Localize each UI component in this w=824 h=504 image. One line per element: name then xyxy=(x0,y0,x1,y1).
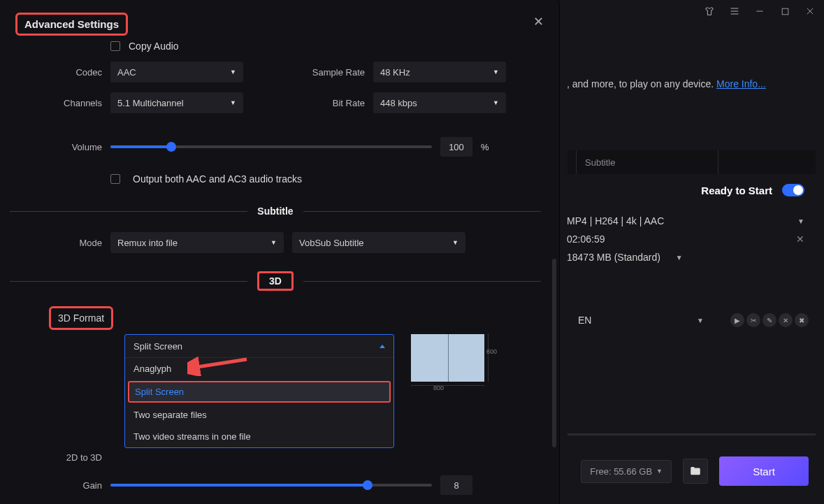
size-select[interactable]: 18473 MB (Standard)▼ xyxy=(567,252,804,263)
volume-value[interactable]: 100 xyxy=(440,137,472,157)
3d-format-option[interactable]: Two video streams in one file xyxy=(125,426,393,447)
volume-label: Volume xyxy=(10,142,102,152)
sample-rate-label: Sample Rate xyxy=(302,67,365,78)
teaser-text: , and more, to play on any device. More … xyxy=(558,78,824,89)
tool-icon[interactable]: ✕ xyxy=(779,313,793,327)
trim-icon[interactable]: ✂ xyxy=(746,313,760,327)
modal-title: Advanced Settings xyxy=(15,13,128,36)
edit-icon[interactable]: ✎ xyxy=(762,313,776,327)
play-icon[interactable]: ▶ xyxy=(730,313,744,327)
channels-label: Channels xyxy=(10,98,102,108)
delete-icon[interactable]: ✖ xyxy=(795,313,809,327)
3d-format-select[interactable]: Split Screen Anaglyph Split Screen Two s… xyxy=(124,334,394,448)
chevron-up-icon xyxy=(380,345,385,348)
advanced-settings-modal: Advanced Settings ✕ Copy Audio Codec AAC… xyxy=(0,0,559,504)
more-info-link[interactable]: More Info... xyxy=(716,78,766,89)
ready-label: Ready to Start xyxy=(701,185,772,196)
output-folder-button[interactable] xyxy=(683,459,708,484)
sample-rate-select[interactable]: 48 KHz▼ xyxy=(373,62,506,82)
subtitle-bar: Subtitle xyxy=(568,150,816,174)
volume-unit: % xyxy=(481,142,489,152)
3d-format-label: 3D Format xyxy=(49,306,113,330)
3d-format-option[interactable]: Split Screen xyxy=(128,381,391,403)
progress-bar xyxy=(568,433,816,435)
subtitle-type-select[interactable]: VobSub Subtitle▼ xyxy=(292,232,465,253)
titlebar-maximize-icon[interactable] xyxy=(779,6,790,17)
free-space-select[interactable]: Free: 55.66 GB▼ xyxy=(581,460,672,483)
remove-item-icon[interactable]: ✕ xyxy=(796,233,804,245)
titlebar-menu-icon[interactable] xyxy=(729,6,740,17)
3d-format-option[interactable]: Two separate files xyxy=(125,404,393,426)
3d-section-header: 3D xyxy=(257,271,294,291)
dual-tracks-label: Output both AAC and AC3 audio tracks xyxy=(133,173,302,185)
start-button[interactable]: Start xyxy=(719,456,809,486)
dual-tracks-checkbox[interactable] xyxy=(110,174,120,184)
volume-slider[interactable] xyxy=(110,145,432,148)
gain-value[interactable]: 8 xyxy=(440,475,472,495)
titlebar-close-icon[interactable] xyxy=(804,6,816,17)
modal-scrollbar[interactable] xyxy=(552,259,556,447)
duration-row: 02:06:59✕ xyxy=(567,233,804,245)
ready-toggle[interactable] xyxy=(782,184,804,196)
svg-rect-4 xyxy=(782,8,788,15)
subtitle-section-header: Subtitle xyxy=(257,206,293,217)
subtitle-mode-select[interactable]: Remux into file▼ xyxy=(110,232,284,253)
subtitle-field[interactable]: Subtitle xyxy=(576,150,718,174)
titlebar-minimize-icon[interactable] xyxy=(754,6,765,17)
lang-select[interactable]: EN xyxy=(564,315,690,326)
preview-height: 600 xyxy=(486,348,497,355)
modal-close-button[interactable]: ✕ xyxy=(533,14,544,29)
3d-preview xyxy=(411,334,484,382)
bitrate-select[interactable]: 448 kbps▼ xyxy=(373,92,506,113)
gain-slider[interactable] xyxy=(110,484,432,487)
copy-audio-checkbox[interactable] xyxy=(110,41,120,51)
2d-to-3d-label: 2D to 3D xyxy=(10,452,102,463)
mode-label: Mode xyxy=(10,238,102,248)
bitrate-label: Bit Rate xyxy=(302,98,365,108)
codec-label: Codec xyxy=(10,67,102,78)
format-select[interactable]: MP4 | H264 | 4k | AAC▼ xyxy=(567,215,804,226)
channels-select[interactable]: 5.1 Multichannel▼ xyxy=(110,92,243,113)
gain-label: Gain xyxy=(10,480,102,491)
copy-audio-label: Copy Audio xyxy=(129,41,179,52)
preview-width: 800 xyxy=(433,384,444,391)
codec-select[interactable]: AAC▼ xyxy=(110,62,243,82)
titlebar-shirt-icon[interactable] xyxy=(704,6,715,17)
3d-format-option[interactable]: Anaglyph xyxy=(125,358,393,380)
